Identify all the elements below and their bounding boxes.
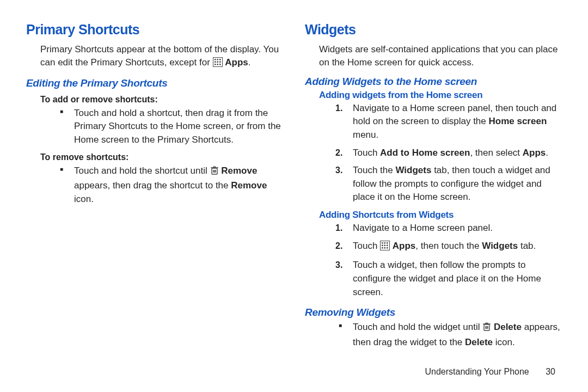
right-column: Widgets Widgets are self-contained appli…: [305, 22, 562, 355]
trash-icon: [210, 166, 219, 180]
list-item: Navigate to a Home screen panel, then to…: [343, 102, 562, 142]
list-item: Touch a widget, then follow the prompts …: [343, 259, 562, 299]
subheading-adding-widgets: Adding Widgets to the Home screen: [305, 76, 562, 88]
subheading-removing-widgets: Removing Widgets: [305, 307, 562, 318]
h3-adding-from-home: Adding widgets from the Home screen: [305, 90, 562, 101]
list-item: Touch the Widgets tab, then touch a widg…: [343, 164, 562, 204]
svg-rect-18: [382, 247, 383, 249]
remove-label: Remove: [231, 180, 267, 191]
svg-rect-5: [217, 61, 218, 63]
svg-rect-7: [215, 64, 216, 65]
subheading-editing: Editing the Primary Shortcuts: [26, 77, 283, 89]
list-item: Touch and hold the shortcut until Remove…: [64, 164, 283, 206]
svg-rect-4: [215, 61, 216, 63]
delete-label: Delete: [494, 322, 522, 332]
apps-label: Apps: [393, 241, 416, 251]
text: Touch: [353, 148, 380, 158]
heading-primary-shortcuts: Primary Shortcuts: [26, 22, 283, 38]
primary-shortcuts-intro: Primary Shortcuts appear at the bottom o…: [26, 43, 283, 71]
text: Touch a widget, then follow the prompts …: [353, 260, 541, 297]
remove-label: Remove: [221, 166, 257, 176]
apps-label: Apps: [225, 57, 248, 68]
text: .: [546, 148, 548, 158]
svg-rect-8: [217, 64, 218, 65]
removing-widgets-list: Touch and hold the widget until Delete a…: [305, 321, 562, 349]
trash-icon: [482, 322, 491, 336]
text: menu.: [353, 130, 378, 140]
text: appears, then drag the shortcut to the: [74, 180, 231, 191]
svg-rect-9: [219, 64, 221, 65]
lead-add-remove: To add or remove shortcuts:: [26, 95, 283, 105]
svg-rect-14: [387, 242, 388, 244]
add-remove-list: Touch and hold a shortcut, then drag it …: [26, 107, 283, 147]
text: .: [248, 57, 251, 68]
svg-rect-13: [384, 242, 386, 244]
widgets-intro: Widgets are self-contained applications …: [305, 43, 562, 69]
svg-rect-3: [219, 59, 221, 60]
lead-remove: To remove shortcuts:: [26, 152, 283, 162]
svg-rect-12: [382, 242, 383, 244]
list-item: Touch Apps, then touch the Widgets tab.: [343, 240, 562, 255]
left-column: Primary Shortcuts Primary Shortcuts appe…: [26, 22, 283, 355]
h3-adding-from-widgets: Adding Shortcuts from Widgets: [305, 210, 562, 220]
widgets-label: Widgets: [395, 165, 431, 175]
apps-label: Apps: [523, 148, 546, 158]
text: icon.: [493, 337, 515, 347]
svg-rect-17: [387, 244, 388, 246]
svg-rect-6: [219, 61, 221, 63]
adding-from-widgets-list: Navigate to a Home screen panel. Touch A…: [305, 222, 562, 299]
text: Touch: [353, 241, 380, 251]
svg-rect-15: [382, 244, 383, 246]
text: Touch and hold the shortcut until: [74, 166, 210, 176]
svg-rect-20: [387, 247, 388, 249]
text: Navigate to a Home screen panel.: [353, 223, 493, 233]
text: Touch the: [353, 165, 395, 175]
page-number: 30: [546, 367, 555, 376]
page-footer: Understanding Your Phone 30: [425, 367, 555, 377]
text: , then select: [470, 148, 522, 158]
text: , then touch the: [415, 241, 482, 251]
text: icon.: [74, 194, 94, 204]
list-item: Touch and hold the widget until Delete a…: [343, 321, 562, 349]
svg-rect-1: [215, 59, 216, 60]
section-name: Understanding Your Phone: [425, 367, 529, 376]
svg-rect-2: [217, 59, 218, 60]
adding-from-home-list: Navigate to a Home screen panel, then to…: [305, 102, 562, 204]
apps-grid-icon: [380, 241, 390, 255]
list-item: Navigate to a Home screen panel.: [343, 222, 562, 235]
svg-rect-19: [384, 247, 386, 249]
heading-widgets: Widgets: [305, 22, 562, 38]
widgets-label: Widgets: [482, 241, 518, 251]
svg-rect-16: [384, 244, 386, 246]
home-screen-label: Home screen: [489, 116, 547, 126]
text: Touch and hold the widget until: [353, 322, 482, 332]
list-item: Touch Add to Home screen, then select Ap…: [343, 146, 562, 160]
delete-label: Delete: [465, 337, 493, 347]
add-to-home-label: Add to Home screen: [380, 148, 470, 158]
apps-grid-icon: [213, 57, 223, 71]
list-item: Touch and hold a shortcut, then drag it …: [64, 107, 283, 147]
text: Touch and hold a shortcut, then drag it …: [74, 108, 281, 145]
text: tab.: [518, 241, 536, 251]
remove-list: Touch and hold the shortcut until Remove…: [26, 164, 283, 206]
